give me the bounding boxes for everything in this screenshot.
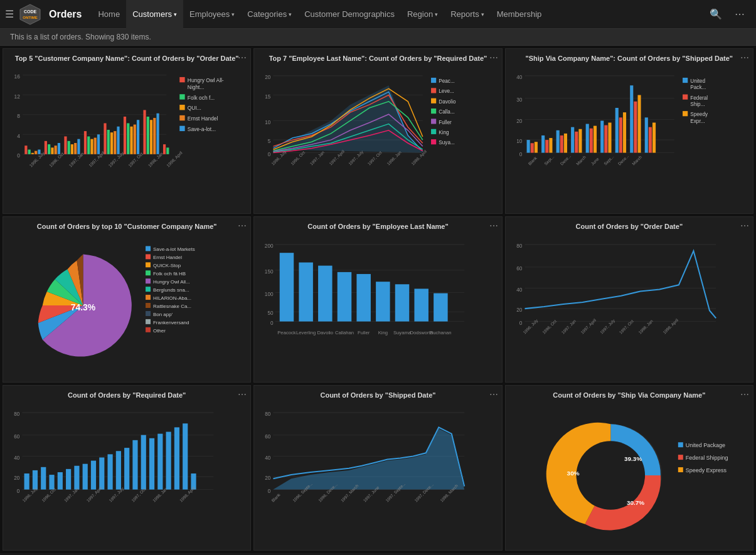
svg-rect-127 bbox=[600, 121, 604, 153]
svg-rect-118 bbox=[556, 130, 559, 153]
svg-rect-169 bbox=[146, 295, 151, 300]
svg-text:Blank: Blank bbox=[271, 492, 282, 503]
svg-text:Frankenversand: Frankenversand bbox=[153, 320, 189, 325]
chart2-menu[interactable]: ⋯ bbox=[489, 53, 498, 63]
svg-text:Peacock: Peacock bbox=[278, 330, 297, 336]
svg-rect-163 bbox=[146, 270, 151, 275]
svg-text:Fuller: Fuller bbox=[439, 120, 452, 125]
status-text: This is a list of orders. Showing 830 it… bbox=[10, 33, 151, 41]
svg-text:30: 30 bbox=[516, 97, 523, 103]
svg-rect-253 bbox=[174, 427, 179, 489]
svg-text:Folk och fä HB: Folk och fä HB bbox=[153, 271, 186, 277]
svg-rect-14 bbox=[28, 150, 31, 154]
svg-text:King: King bbox=[439, 130, 450, 135]
svg-text:80: 80 bbox=[265, 411, 272, 417]
status-bar: This is a list of orders. Showing 830 it… bbox=[0, 29, 756, 46]
svg-rect-39 bbox=[127, 124, 129, 154]
chart-order-date-line: Count of Orders by "Order Date" ⋯ 80 60 … bbox=[505, 216, 753, 382]
svg-text:Sept...: Sept... bbox=[603, 154, 615, 166]
svg-marker-274 bbox=[274, 428, 465, 489]
svg-rect-248 bbox=[132, 440, 137, 490]
svg-rect-128 bbox=[604, 125, 607, 153]
svg-rect-138 bbox=[652, 123, 656, 153]
chart3-menu[interactable]: ⋯ bbox=[740, 53, 749, 63]
nav-membership[interactable]: Membership bbox=[491, 0, 548, 29]
svg-text:Save-a-lot...: Save-a-lot... bbox=[188, 126, 216, 132]
svg-rect-132 bbox=[623, 112, 626, 152]
svg-rect-41 bbox=[134, 125, 136, 154]
svg-text:40: 40 bbox=[14, 455, 20, 460]
nav-customer-demographics[interactable]: Customer Demographics bbox=[298, 0, 401, 29]
svg-rect-135 bbox=[637, 95, 641, 153]
chart9-body: 39.3% 30.7% 30% United Package Federal S… bbox=[511, 402, 748, 545]
svg-text:1997, July: 1997, July bbox=[348, 149, 365, 166]
svg-text:Speedy Express: Speedy Express bbox=[685, 467, 727, 473]
chart2-body: 20 15 10 5 0 bbox=[259, 65, 496, 208]
svg-rect-235 bbox=[24, 473, 29, 490]
svg-text:50: 50 bbox=[268, 310, 274, 316]
nav-menu: Home Customers▾ Employees▾ Categories▾ C… bbox=[92, 0, 703, 29]
svg-rect-117 bbox=[549, 138, 552, 153]
svg-rect-171 bbox=[146, 303, 151, 308]
svg-rect-196 bbox=[415, 288, 429, 321]
svg-rect-290 bbox=[678, 455, 683, 460]
chart-required-date: Count of Orders by "Required Date" ⋯ 80 … bbox=[3, 385, 251, 551]
svg-rect-239 bbox=[58, 472, 63, 490]
svg-text:74.3%: 74.3% bbox=[71, 302, 96, 312]
more-icon[interactable]: ⋯ bbox=[728, 8, 751, 20]
chart7-title: Count of Orders by "Required Date" bbox=[8, 391, 245, 399]
nav-reports[interactable]: Reports▾ bbox=[444, 0, 491, 29]
svg-rect-254 bbox=[183, 423, 188, 489]
svg-rect-88 bbox=[431, 78, 436, 83]
svg-rect-42 bbox=[137, 120, 139, 155]
chart8-menu[interactable]: ⋯ bbox=[489, 389, 498, 399]
chart6-menu[interactable]: ⋯ bbox=[740, 221, 749, 231]
svg-text:Dece...: Dece... bbox=[559, 154, 572, 166]
svg-text:8: 8 bbox=[17, 113, 20, 119]
svg-rect-45 bbox=[150, 120, 152, 155]
svg-rect-159 bbox=[146, 254, 151, 259]
svg-rect-129 bbox=[608, 123, 611, 153]
svg-text:4: 4 bbox=[17, 133, 20, 139]
svg-rect-33 bbox=[104, 124, 106, 154]
svg-rect-195 bbox=[395, 284, 409, 321]
svg-text:0: 0 bbox=[17, 152, 20, 159]
svg-rect-116 bbox=[545, 140, 548, 152]
svg-text:Hungry Owl All-: Hungry Owl All- bbox=[188, 78, 224, 84]
svg-text:80: 80 bbox=[14, 411, 20, 417]
svg-rect-157 bbox=[146, 246, 151, 251]
nav-region[interactable]: Region▾ bbox=[401, 0, 444, 29]
svg-rect-31 bbox=[94, 138, 97, 154]
svg-text:Sept...: Sept... bbox=[543, 154, 555, 166]
svg-text:30%: 30% bbox=[567, 470, 579, 477]
svg-text:Buchanan: Buchanan bbox=[430, 330, 451, 336]
svg-text:Speedy: Speedy bbox=[690, 112, 708, 118]
nav-employees[interactable]: Employees▾ bbox=[183, 0, 241, 29]
svg-text:5: 5 bbox=[268, 139, 271, 145]
search-icon[interactable]: 🔍 bbox=[703, 8, 728, 20]
svg-rect-67 bbox=[179, 126, 184, 131]
svg-rect-47 bbox=[156, 114, 159, 154]
svg-rect-15 bbox=[31, 153, 34, 154]
svg-text:100: 100 bbox=[265, 291, 274, 297]
chart4-menu[interactable]: ⋯ bbox=[238, 221, 247, 231]
svg-rect-247 bbox=[124, 448, 129, 489]
chart5-menu[interactable]: ⋯ bbox=[489, 221, 498, 231]
chart-employee-bar: Count of Orders by "Employee Last Name" … bbox=[253, 216, 502, 382]
nav-customers[interactable]: Customers▾ bbox=[126, 0, 183, 29]
svg-rect-26 bbox=[74, 143, 77, 154]
svg-text:15: 15 bbox=[265, 94, 272, 100]
hamburger-icon[interactable]: ☰ bbox=[5, 8, 14, 20]
chart9-menu[interactable]: ⋯ bbox=[740, 389, 749, 399]
svg-rect-43 bbox=[143, 110, 146, 154]
svg-text:1997, April: 1997, April bbox=[329, 149, 346, 167]
svg-text:Fuller: Fuller bbox=[358, 330, 370, 336]
chart7-menu[interactable]: ⋯ bbox=[238, 389, 247, 399]
nav-categories[interactable]: Categories▾ bbox=[241, 0, 298, 29]
chart1-menu[interactable]: ⋯ bbox=[238, 53, 247, 63]
nav-home[interactable]: Home bbox=[92, 0, 126, 29]
svg-text:1998, April: 1998, April bbox=[662, 317, 679, 335]
svg-text:Berglunds sna...: Berglunds sna... bbox=[153, 287, 189, 293]
svg-rect-147 bbox=[683, 78, 688, 83]
svg-text:20: 20 bbox=[265, 75, 272, 80]
